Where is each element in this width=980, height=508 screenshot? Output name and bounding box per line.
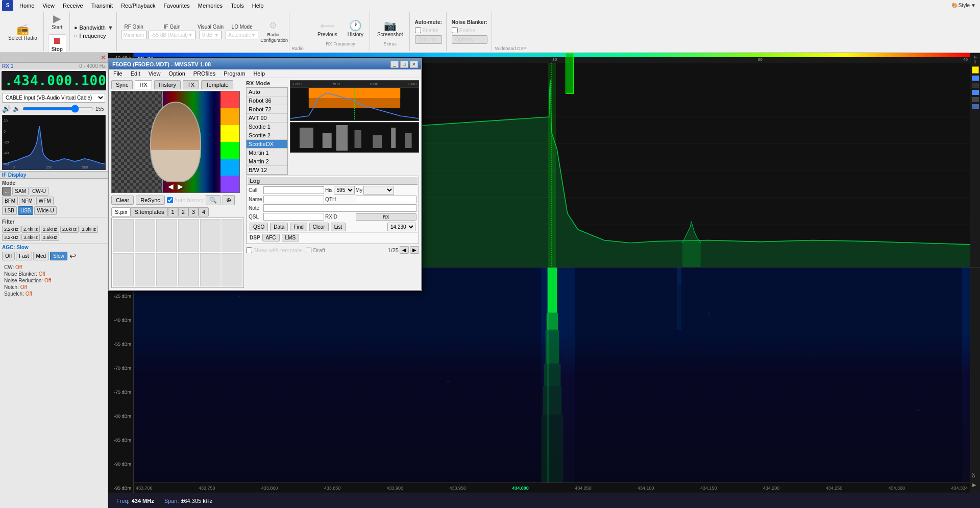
zoom-button[interactable]: ⊕ xyxy=(223,195,235,205)
auto-history-checkbox[interactable] xyxy=(167,197,173,203)
mode-sam-btn[interactable]: SAM xyxy=(12,187,29,196)
agc-slow-btn[interactable]: Slow xyxy=(50,252,67,260)
s-tab-2[interactable]: 2 xyxy=(178,207,188,216)
auto-history-checkbox-row[interactable]: Auto history xyxy=(167,197,204,203)
auto-mute-enable-row[interactable]: Enable xyxy=(415,27,442,33)
rxid-button[interactable]: RX xyxy=(356,213,416,221)
thumbnail-3[interactable] xyxy=(156,219,177,252)
my-select[interactable] xyxy=(363,186,394,195)
qsl-input[interactable] xyxy=(263,213,324,221)
mode-martin1[interactable]: Martin 1 xyxy=(247,149,287,157)
s-tab-4[interactable]: 4 xyxy=(199,207,209,216)
menu-tools[interactable]: Tools xyxy=(227,2,248,10)
mmsstv-menu-option[interactable]: Option xyxy=(164,69,189,78)
mmsstv-menu-edit[interactable]: Edit xyxy=(127,69,144,78)
zoom-arrow[interactable]: ▶ xyxy=(972,482,976,488)
select-radio-button[interactable]: 📻 Select Radio xyxy=(5,21,40,43)
mode-wideu-btn[interactable]: Wide-U xyxy=(34,206,56,215)
filter-2.2k[interactable]: 2.2kHz xyxy=(2,226,20,233)
screenshot-button[interactable]: 📷 Screenshot xyxy=(374,17,406,39)
receive-close-icon[interactable]: ✕ xyxy=(101,54,106,61)
s-tab-3[interactable]: 3 xyxy=(188,207,199,216)
mode-scottiedx[interactable]: ScottieDX xyxy=(247,140,287,149)
agc-off-btn[interactable]: Off xyxy=(2,252,15,260)
mode-martin2[interactable]: Martin 2 xyxy=(247,157,287,166)
thumbnail-9[interactable] xyxy=(156,253,177,286)
tx-tab[interactable]: TX xyxy=(183,80,199,89)
mode-bw12[interactable]: B/W 12 xyxy=(247,166,287,174)
mute-icon[interactable]: 🔈 xyxy=(13,105,20,112)
history-tab[interactable]: History xyxy=(154,80,181,89)
menu-memories[interactable]: Memories xyxy=(194,2,227,10)
mode-scottie2[interactable]: Scottie 2 xyxy=(247,131,287,140)
mode-lsb-btn[interactable]: LSB xyxy=(2,206,17,215)
filter-3.4k[interactable]: 3.4kHz xyxy=(21,234,40,241)
menu-home[interactable]: Home xyxy=(15,2,38,10)
menu-transmit[interactable]: Transmit xyxy=(87,2,117,10)
next-page-btn[interactable]: ▶ xyxy=(410,246,419,254)
prev-page-btn[interactable]: ◀ xyxy=(400,246,409,254)
thumbnail-6[interactable] xyxy=(222,219,242,252)
note-input[interactable] xyxy=(263,204,416,212)
agc-fast-btn[interactable]: Fast xyxy=(16,252,32,260)
mode-robot72[interactable]: Robot 72 xyxy=(247,105,287,114)
thumbnail-1[interactable] xyxy=(113,219,134,252)
mmsstv-titlebar[interactable]: F5OEO (F5OEO.MDT) - MMSSTV 1.08 _ □ ✕ xyxy=(109,59,421,69)
s-template-tab[interactable]: S.templates xyxy=(131,207,167,216)
agc-med-btn[interactable]: Med xyxy=(33,252,49,260)
clear-log-button[interactable]: Clear xyxy=(309,223,329,231)
auto-mute-options-button[interactable]: Options xyxy=(415,35,442,44)
clear-button[interactable]: Clear xyxy=(111,196,134,205)
thumbnail-11[interactable] xyxy=(200,253,221,286)
mmsstv-menu-help[interactable]: Help xyxy=(249,69,269,78)
lo-mode-dropdown[interactable]: Automatic▼ xyxy=(226,31,258,39)
if-gain-dropdown[interactable]: -55 dB (Manual)▼ xyxy=(149,31,195,39)
s-tab-1[interactable]: 1 xyxy=(168,207,178,216)
mode-robot36[interactable]: Robot 36 xyxy=(247,96,287,105)
resync-button[interactable]: ReSync xyxy=(136,196,165,205)
name-input[interactable] xyxy=(263,196,324,203)
mmsstv-maximize-btn[interactable]: □ xyxy=(400,61,408,68)
thumbnail-2[interactable] xyxy=(135,219,156,252)
list-button[interactable]: List xyxy=(331,223,346,231)
auto-mute-checkbox[interactable] xyxy=(415,27,421,33)
mmsstv-menu-profiles[interactable]: PROfiles xyxy=(189,69,219,78)
stop-button[interactable]: ⏹ Stop xyxy=(48,34,66,54)
menu-receive[interactable]: Receive xyxy=(59,2,87,10)
auto-button[interactable]: Auto xyxy=(973,56,977,63)
lms-button[interactable]: LMS xyxy=(282,234,300,241)
mode-avt90[interactable]: AVT 90 xyxy=(247,114,287,123)
agc-back-icon[interactable]: ↩ xyxy=(69,251,76,261)
bandwidth-radio[interactable]: ● Bandwidth ▼ xyxy=(74,25,113,31)
data-button[interactable]: Data xyxy=(270,223,288,231)
call-input[interactable] xyxy=(263,186,324,194)
filter-2.4k[interactable]: 2.4kHz xyxy=(21,226,40,233)
mode-auto[interactable]: Auto xyxy=(247,88,287,96)
thumbnail-12[interactable] xyxy=(222,253,242,286)
filter-3.0k[interactable]: 3.0kHz xyxy=(80,226,98,233)
menu-help[interactable]: Help xyxy=(248,2,268,10)
mmsstv-menu-file[interactable]: File xyxy=(109,69,127,78)
receive-settings-icon[interactable]: ≡ xyxy=(96,54,100,61)
filter-3.6k[interactable]: 3.6kHz xyxy=(41,234,59,241)
mode-bfm-btn[interactable]: BFM xyxy=(2,197,18,205)
mode-nfm-btn[interactable]: NFM xyxy=(19,197,35,205)
frequency-radio[interactable]: ○ Frequency xyxy=(74,33,113,39)
mode-dots-btn[interactable]: ... xyxy=(2,187,11,196)
rf-gain-dropdown[interactable]: Minimum xyxy=(121,31,147,39)
previous-button[interactable]: ⟵ Previous xyxy=(314,17,340,39)
nb-options-button[interactable]: Options xyxy=(452,35,487,44)
show-template-checkbox[interactable] xyxy=(246,247,252,253)
mode-cwu-btn[interactable]: CW-U xyxy=(30,187,48,196)
nb-enable-row[interactable]: Enable xyxy=(452,27,487,33)
qso-button[interactable]: QSO xyxy=(250,223,268,231)
mmsstv-close-btn[interactable]: ✕ xyxy=(410,61,418,68)
start-button[interactable]: ▶ Start xyxy=(48,11,65,32)
sync-button[interactable]: Sync xyxy=(111,80,133,89)
thumbnail-4[interactable] xyxy=(178,219,199,252)
freq-select[interactable]: 14.230 xyxy=(387,223,415,231)
his-select[interactable]: 595 xyxy=(334,186,355,195)
menu-favourites[interactable]: Favourites xyxy=(159,2,193,10)
filter-3.2k[interactable]: 3.2kHz xyxy=(2,234,20,241)
show-template-row[interactable]: Show with template xyxy=(246,247,302,253)
